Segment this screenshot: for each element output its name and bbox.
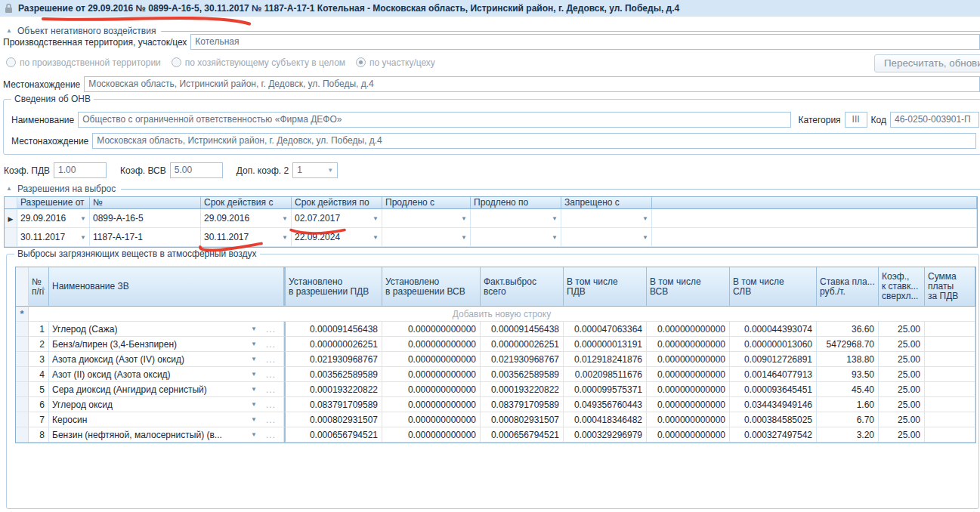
collapse-permits-icon[interactable]: ▲ [6, 186, 12, 192]
add-new-row[interactable]: Добавить новую строку [29, 307, 975, 322]
emission-value-cell[interactable] [925, 382, 975, 397]
emissions-column-header-10[interactable]: Сумма платы за ПДВ [925, 267, 975, 307]
chevron-down-icon[interactable]: ▼ [461, 234, 467, 241]
emission-substance-cell[interactable]: Азота диоксид (Азот (IV) оксид)▼... [49, 352, 284, 367]
chevron-down-icon[interactable]: ▼ [552, 215, 558, 222]
coef-vsv-input[interactable]: 5.00 [170, 162, 223, 178]
chevron-down-icon[interactable]: ▼ [642, 234, 648, 241]
emission-value-cell[interactable]: 0.000000013060 [730, 337, 817, 352]
emission-value-cell[interactable]: 0.003562589589 [481, 367, 564, 382]
emissions-column-header-8[interactable]: Ставка пла... руб./т. [817, 267, 879, 307]
emission-value-cell[interactable]: 0.000000000000 [647, 352, 730, 367]
emission-value-cell[interactable]: 25.00 [879, 397, 925, 412]
chevron-down-icon[interactable]: ▼ [552, 234, 558, 241]
emission-value-cell[interactable]: 0.083791709589 [284, 397, 382, 412]
emission-value-cell[interactable]: 0.000093645451 [730, 382, 817, 397]
emission-value-cell[interactable]: 7 [29, 412, 49, 427]
emission-value-cell[interactable]: 138.80 [817, 352, 879, 367]
chevron-down-icon[interactable]: ▼ [251, 401, 257, 408]
emissions-column-header-2[interactable]: Установлено в разрешении ПДВ [284, 267, 382, 307]
emission-value-cell[interactable]: 0.000656794521 [481, 427, 564, 443]
emission-value-cell[interactable]: 0.000000026251 [284, 337, 382, 352]
emission-value-cell[interactable]: 25.00 [879, 352, 925, 367]
permit-cell[interactable]: ▼ [471, 228, 561, 247]
permit-cell[interactable]: 29.09.2016▼ [17, 209, 90, 228]
emission-value-cell[interactable]: 2 [29, 337, 49, 352]
emission-substance-cell[interactable]: Бенз/а/пирен (3,4-Бензпирен)▼... [49, 337, 284, 352]
emission-value-cell[interactable]: 0.000193220822 [284, 382, 382, 397]
emission-substance-cell[interactable]: Сера диоксид (Ангидрид сернистый)▼... [49, 382, 284, 397]
radio-by-section[interactable]: по участку/цеху [356, 57, 435, 68]
emission-value-cell[interactable]: 0.021930968767 [481, 352, 564, 367]
emission-value-cell[interactable]: 0.000091456438 [284, 322, 382, 337]
emission-value-cell[interactable]: 25.00 [879, 322, 925, 337]
chevron-down-icon[interactable]: ▼ [251, 416, 257, 423]
permits-column-header-5[interactable]: Продлено по [471, 197, 561, 209]
ellipsis-button-icon[interactable]: ... [266, 415, 276, 425]
emission-value-cell[interactable]: 0.000099575371 [564, 382, 647, 397]
emission-value-cell[interactable]: 0.049356760443 [564, 397, 647, 412]
emissions-column-header-9[interactable]: Коэф., к ставк... сверхл... [879, 267, 925, 307]
chevron-down-icon[interactable]: ▼ [251, 431, 257, 438]
emission-value-cell[interactable]: 0.000091456438 [481, 322, 564, 337]
emission-value-cell[interactable]: 0.002098511676 [564, 367, 647, 382]
emission-substance-cell[interactable]: Углерод (Сажа)▼... [49, 322, 284, 337]
emission-value-cell[interactable]: 0.000656794521 [284, 427, 382, 443]
territory-input[interactable]: Котельная [190, 34, 980, 50]
emission-value-cell[interactable]: 0.000384585025 [730, 412, 817, 427]
emissions-column-header-5[interactable]: В том числе ПДВ [564, 267, 647, 307]
emission-value-cell[interactable]: 0.000000013191 [564, 337, 647, 352]
emission-value-cell[interactable]: 5472968.70 [817, 337, 879, 352]
chevron-down-icon[interactable]: ▼ [282, 215, 288, 222]
emissions-column-header-0[interactable]: № п/п▲ [29, 267, 49, 307]
emission-value-cell[interactable] [925, 337, 975, 352]
permits-column-header-1[interactable]: № [90, 197, 201, 209]
emission-value-cell[interactable]: 36.60 [817, 322, 879, 337]
radio-by-territory[interactable]: по производственной территории [6, 57, 161, 68]
emission-value-cell[interactable]: 0.000193220822 [481, 382, 564, 397]
radio-by-subject[interactable]: по хозяйствующему субъекту в целом [172, 57, 345, 68]
emission-value-cell[interactable]: 25.00 [879, 337, 925, 352]
emissions-column-header-6[interactable]: В том числе ВСВ [647, 267, 730, 307]
emission-value-cell[interactable] [925, 412, 975, 427]
chevron-down-icon[interactable]: ▼ [251, 325, 257, 332]
emission-value-cell[interactable]: 0.000000000000 [382, 382, 481, 397]
chevron-down-icon[interactable]: ▼ [251, 371, 257, 378]
emission-value-cell[interactable]: 0.083791709589 [481, 397, 564, 412]
emission-value-cell[interactable]: 0.034434949146 [730, 397, 817, 412]
emission-value-cell[interactable]: 0.000000000000 [647, 367, 730, 382]
emission-substance-cell[interactable]: Керосин▼... [49, 412, 284, 427]
coef-dop-combobox[interactable]: 1 ▼ [292, 162, 338, 178]
permit-cell[interactable]: 1187-А-17-1 [90, 228, 201, 247]
chevron-down-icon[interactable]: ▼ [642, 215, 648, 222]
chevron-down-icon[interactable]: ▼ [80, 215, 86, 222]
ellipsis-button-icon[interactable]: ... [266, 339, 276, 350]
emission-value-cell[interactable]: 0.000000000000 [647, 337, 730, 352]
emission-value-cell[interactable]: 0.009012726891 [730, 352, 817, 367]
collapse-object-icon[interactable]: ▲ [6, 28, 12, 34]
emission-value-cell[interactable]: 25.00 [879, 427, 925, 443]
chevron-down-icon[interactable]: ▼ [251, 386, 257, 393]
emission-value-cell[interactable]: 0.000047063364 [564, 322, 647, 337]
permit-cell[interactable]: ▼ [382, 209, 471, 228]
emission-value-cell[interactable]: 0.000329296979 [564, 427, 647, 443]
emission-value-cell[interactable]: 0.000000000000 [647, 397, 730, 412]
emission-value-cell[interactable]: 3.20 [817, 427, 879, 443]
emission-value-cell[interactable]: 0.000000000000 [382, 352, 481, 367]
permit-cell[interactable]: ▼ [561, 228, 652, 247]
chevron-down-icon[interactable]: ▼ [373, 234, 379, 241]
permit-cell[interactable]: ▼ [382, 228, 471, 247]
emission-value-cell[interactable] [925, 427, 975, 443]
emission-value-cell[interactable]: 1 [29, 322, 49, 337]
location-input[interactable]: Московская область, Истринский район, г.… [84, 76, 980, 92]
emission-value-cell[interactable]: 0.000000000000 [647, 322, 730, 337]
emission-value-cell[interactable]: 0.000000000000 [382, 322, 481, 337]
emission-value-cell[interactable]: 0.000802931507 [481, 412, 564, 427]
permits-column-header-3[interactable]: Срок действия по [292, 197, 382, 209]
chevron-down-icon[interactable]: ▼ [251, 341, 257, 347]
emission-value-cell[interactable] [925, 367, 975, 382]
emission-value-cell[interactable]: 93.50 [817, 367, 879, 382]
emission-value-cell[interactable]: 5 [29, 382, 49, 397]
emission-value-cell[interactable]: 0.000418346482 [564, 412, 647, 427]
emission-value-cell[interactable]: 6.70 [817, 412, 879, 427]
